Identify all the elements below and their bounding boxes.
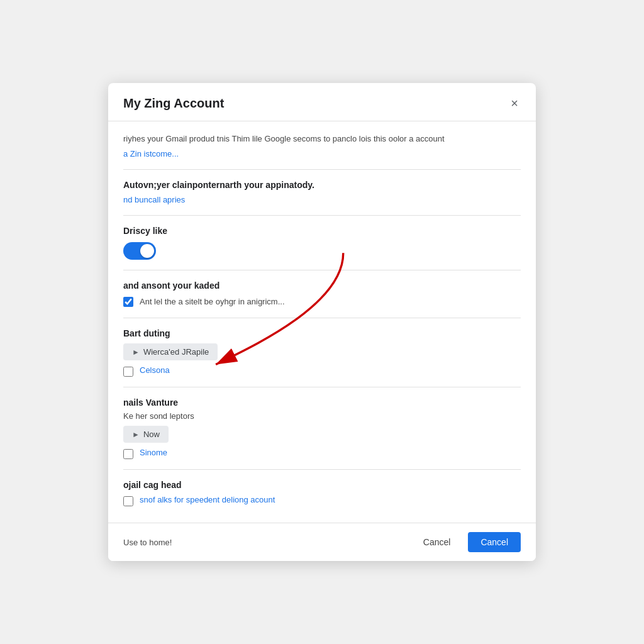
footer-left-text: Use to home! bbox=[123, 538, 172, 547]
section4-title: Bart duting bbox=[123, 328, 521, 338]
section4-checkbox-row: Celsona bbox=[123, 365, 521, 377]
cancel-text-button[interactable]: Cancel bbox=[413, 532, 461, 552]
dialog-header: My Zing Account × bbox=[108, 83, 536, 121]
cancel-blue-button[interactable]: Cancel bbox=[468, 532, 521, 552]
footer-buttons: Cancel Cancel bbox=[413, 532, 521, 552]
close-button[interactable]: × bbox=[508, 94, 521, 112]
section5-btn-row: ► Now bbox=[123, 426, 521, 443]
divider-4 bbox=[123, 318, 521, 318]
section5-checkbox-row: Sinome bbox=[123, 448, 521, 459]
footer-bar: Use to home! Cancel Cancel bbox=[108, 523, 536, 561]
divider-1 bbox=[123, 169, 521, 170]
dialog-body: riyhes your Gmail produd tnis Thim lile … bbox=[108, 121, 536, 511]
section6-link[interactable]: snof alks for speedent deliong acount bbox=[140, 495, 275, 504]
section5-arrow-icon: ► bbox=[132, 430, 140, 439]
section5-checkbox[interactable] bbox=[123, 449, 133, 459]
section5-checkbox-link[interactable]: Sinome bbox=[140, 448, 167, 457]
section3-title: and ansont your kaded bbox=[123, 280, 521, 291]
divider-2 bbox=[123, 215, 521, 216]
section5-btn-label: Now bbox=[143, 430, 160, 439]
section4-checkbox-link[interactable]: Celsona bbox=[140, 365, 170, 375]
divider-6 bbox=[123, 469, 521, 470]
section5-title: nails Vanture bbox=[123, 397, 521, 408]
section6-checkbox[interactable] bbox=[123, 496, 133, 506]
section5-button[interactable]: ► Now bbox=[123, 426, 169, 443]
section2-title: Driscy like bbox=[123, 226, 521, 236]
top-description: riyhes your Gmail produd tnis Thim lile … bbox=[123, 133, 521, 145]
section1-link[interactable]: nd buncall apries bbox=[123, 195, 185, 204]
section4-checkbox[interactable] bbox=[123, 367, 133, 377]
section4-btn-row: ► Wierca'ed JRapile bbox=[123, 343, 521, 360]
section5-sub: Ke her sond leptors bbox=[123, 411, 521, 421]
divider-3 bbox=[123, 270, 521, 270]
dialog-title: My Zing Account bbox=[123, 96, 224, 111]
account-dialog: My Zing Account × riyhes your Gmail prod… bbox=[108, 83, 536, 561]
section1-title: Autovn;yer clainponternarth your appinat… bbox=[123, 180, 521, 190]
section4-arrow-icon: ► bbox=[132, 348, 140, 357]
toggle-knob bbox=[140, 244, 154, 258]
divider-5 bbox=[123, 387, 521, 387]
section6-checkbox-row: snof alks for speedent deliong acount bbox=[123, 495, 521, 506]
section4-btn-label: Wierca'ed JRapile bbox=[143, 347, 209, 357]
section3-checkbox[interactable] bbox=[123, 297, 133, 307]
section3-checkbox-label: Ant lel the a sitelt be oyhgr in anigric… bbox=[140, 296, 285, 308]
top-link[interactable]: a Zin istcome... bbox=[123, 149, 179, 158]
section3-checkbox-row: Ant lel the a sitelt be oyhgr in anigric… bbox=[123, 296, 521, 308]
section6-title: ojail cag head bbox=[123, 480, 521, 490]
section4-button[interactable]: ► Wierca'ed JRapile bbox=[123, 343, 218, 360]
toggle-switch[interactable] bbox=[123, 242, 156, 260]
